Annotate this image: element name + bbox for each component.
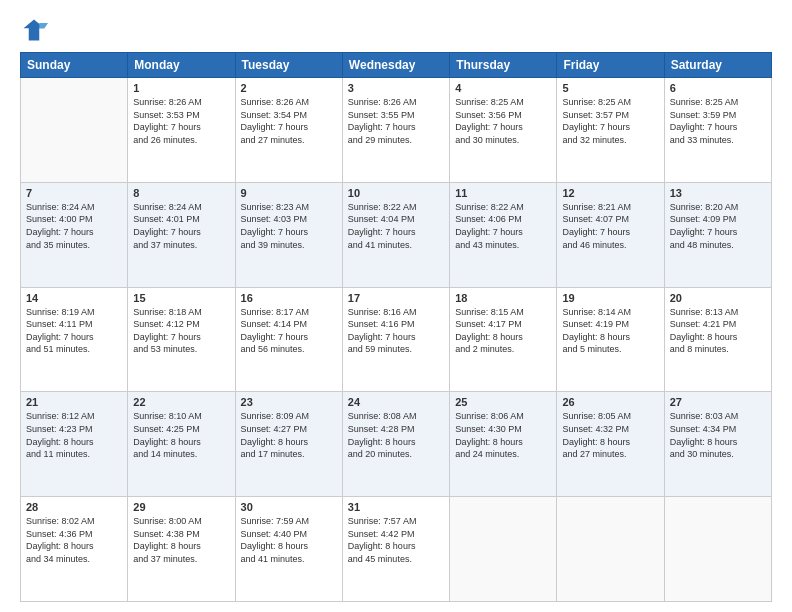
weekday-header-monday: Monday [128,53,235,78]
day-number: 15 [133,292,229,304]
day-info: Sunrise: 8:22 AM Sunset: 4:06 PM Dayligh… [455,201,551,251]
day-number: 26 [562,396,658,408]
calendar-cell: 19Sunrise: 8:14 AM Sunset: 4:19 PM Dayli… [557,287,664,392]
day-info: Sunrise: 8:16 AM Sunset: 4:16 PM Dayligh… [348,306,444,356]
day-number: 20 [670,292,766,304]
day-info: Sunrise: 8:14 AM Sunset: 4:19 PM Dayligh… [562,306,658,356]
calendar-cell: 27Sunrise: 8:03 AM Sunset: 4:34 PM Dayli… [664,392,771,497]
calendar-cell: 15Sunrise: 8:18 AM Sunset: 4:12 PM Dayli… [128,287,235,392]
day-number: 23 [241,396,337,408]
logo-icon [20,16,48,44]
day-number: 13 [670,187,766,199]
weekday-header-saturday: Saturday [664,53,771,78]
calendar-cell: 31Sunrise: 7:57 AM Sunset: 4:42 PM Dayli… [342,497,449,602]
day-number: 29 [133,501,229,513]
calendar-cell: 23Sunrise: 8:09 AM Sunset: 4:27 PM Dayli… [235,392,342,497]
day-info: Sunrise: 8:26 AM Sunset: 3:53 PM Dayligh… [133,96,229,146]
day-info: Sunrise: 8:19 AM Sunset: 4:11 PM Dayligh… [26,306,122,356]
page: SundayMondayTuesdayWednesdayThursdayFrid… [0,0,792,612]
calendar-cell: 28Sunrise: 8:02 AM Sunset: 4:36 PM Dayli… [21,497,128,602]
day-number: 16 [241,292,337,304]
calendar-cell: 29Sunrise: 8:00 AM Sunset: 4:38 PM Dayli… [128,497,235,602]
calendar-cell: 11Sunrise: 8:22 AM Sunset: 4:06 PM Dayli… [450,182,557,287]
day-number: 12 [562,187,658,199]
day-info: Sunrise: 8:10 AM Sunset: 4:25 PM Dayligh… [133,410,229,460]
day-number: 22 [133,396,229,408]
day-info: Sunrise: 8:00 AM Sunset: 4:38 PM Dayligh… [133,515,229,565]
calendar-cell [557,497,664,602]
calendar-cell: 9Sunrise: 8:23 AM Sunset: 4:03 PM Daylig… [235,182,342,287]
day-info: Sunrise: 8:24 AM Sunset: 4:01 PM Dayligh… [133,201,229,251]
calendar-cell: 22Sunrise: 8:10 AM Sunset: 4:25 PM Dayli… [128,392,235,497]
weekday-header-wednesday: Wednesday [342,53,449,78]
day-number: 28 [26,501,122,513]
calendar-cell: 18Sunrise: 8:15 AM Sunset: 4:17 PM Dayli… [450,287,557,392]
day-info: Sunrise: 7:57 AM Sunset: 4:42 PM Dayligh… [348,515,444,565]
day-number: 11 [455,187,551,199]
calendar-cell [21,78,128,183]
day-info: Sunrise: 8:18 AM Sunset: 4:12 PM Dayligh… [133,306,229,356]
calendar-cell: 17Sunrise: 8:16 AM Sunset: 4:16 PM Dayli… [342,287,449,392]
day-info: Sunrise: 8:25 AM Sunset: 3:56 PM Dayligh… [455,96,551,146]
day-number: 4 [455,82,551,94]
calendar-cell [664,497,771,602]
day-number: 5 [562,82,658,94]
day-number: 21 [26,396,122,408]
header [20,16,772,44]
calendar-cell: 25Sunrise: 8:06 AM Sunset: 4:30 PM Dayli… [450,392,557,497]
day-number: 2 [241,82,337,94]
weekday-header-friday: Friday [557,53,664,78]
day-info: Sunrise: 8:02 AM Sunset: 4:36 PM Dayligh… [26,515,122,565]
day-number: 31 [348,501,444,513]
week-row-0: 1Sunrise: 8:26 AM Sunset: 3:53 PM Daylig… [21,78,772,183]
calendar-cell [450,497,557,602]
weekday-header-tuesday: Tuesday [235,53,342,78]
calendar-cell: 4Sunrise: 8:25 AM Sunset: 3:56 PM Daylig… [450,78,557,183]
day-info: Sunrise: 8:06 AM Sunset: 4:30 PM Dayligh… [455,410,551,460]
day-number: 25 [455,396,551,408]
day-info: Sunrise: 8:12 AM Sunset: 4:23 PM Dayligh… [26,410,122,460]
day-number: 17 [348,292,444,304]
day-info: Sunrise: 8:08 AM Sunset: 4:28 PM Dayligh… [348,410,444,460]
day-number: 18 [455,292,551,304]
svg-marker-0 [24,20,45,41]
calendar-cell: 7Sunrise: 8:24 AM Sunset: 4:00 PM Daylig… [21,182,128,287]
calendar-cell: 30Sunrise: 7:59 AM Sunset: 4:40 PM Dayli… [235,497,342,602]
weekday-header-sunday: Sunday [21,53,128,78]
calendar-cell: 12Sunrise: 8:21 AM Sunset: 4:07 PM Dayli… [557,182,664,287]
day-info: Sunrise: 8:21 AM Sunset: 4:07 PM Dayligh… [562,201,658,251]
day-number: 3 [348,82,444,94]
day-info: Sunrise: 8:03 AM Sunset: 4:34 PM Dayligh… [670,410,766,460]
week-row-2: 14Sunrise: 8:19 AM Sunset: 4:11 PM Dayli… [21,287,772,392]
day-number: 8 [133,187,229,199]
day-info: Sunrise: 8:23 AM Sunset: 4:03 PM Dayligh… [241,201,337,251]
calendar-table: SundayMondayTuesdayWednesdayThursdayFrid… [20,52,772,602]
weekday-header-row: SundayMondayTuesdayWednesdayThursdayFrid… [21,53,772,78]
day-info: Sunrise: 8:25 AM Sunset: 3:57 PM Dayligh… [562,96,658,146]
day-number: 6 [670,82,766,94]
calendar-cell: 5Sunrise: 8:25 AM Sunset: 3:57 PM Daylig… [557,78,664,183]
day-info: Sunrise: 8:20 AM Sunset: 4:09 PM Dayligh… [670,201,766,251]
calendar-cell: 2Sunrise: 8:26 AM Sunset: 3:54 PM Daylig… [235,78,342,183]
day-info: Sunrise: 7:59 AM Sunset: 4:40 PM Dayligh… [241,515,337,565]
day-number: 24 [348,396,444,408]
calendar-cell: 3Sunrise: 8:26 AM Sunset: 3:55 PM Daylig… [342,78,449,183]
calendar-cell: 13Sunrise: 8:20 AM Sunset: 4:09 PM Dayli… [664,182,771,287]
week-row-4: 28Sunrise: 8:02 AM Sunset: 4:36 PM Dayli… [21,497,772,602]
calendar-cell: 6Sunrise: 8:25 AM Sunset: 3:59 PM Daylig… [664,78,771,183]
day-info: Sunrise: 8:25 AM Sunset: 3:59 PM Dayligh… [670,96,766,146]
svg-marker-1 [39,23,48,28]
day-info: Sunrise: 8:13 AM Sunset: 4:21 PM Dayligh… [670,306,766,356]
day-number: 14 [26,292,122,304]
day-number: 1 [133,82,229,94]
day-number: 7 [26,187,122,199]
day-info: Sunrise: 8:09 AM Sunset: 4:27 PM Dayligh… [241,410,337,460]
day-info: Sunrise: 8:15 AM Sunset: 4:17 PM Dayligh… [455,306,551,356]
day-info: Sunrise: 8:22 AM Sunset: 4:04 PM Dayligh… [348,201,444,251]
calendar-cell: 21Sunrise: 8:12 AM Sunset: 4:23 PM Dayli… [21,392,128,497]
day-number: 27 [670,396,766,408]
day-number: 9 [241,187,337,199]
day-info: Sunrise: 8:26 AM Sunset: 3:55 PM Dayligh… [348,96,444,146]
day-number: 10 [348,187,444,199]
calendar-cell: 24Sunrise: 8:08 AM Sunset: 4:28 PM Dayli… [342,392,449,497]
